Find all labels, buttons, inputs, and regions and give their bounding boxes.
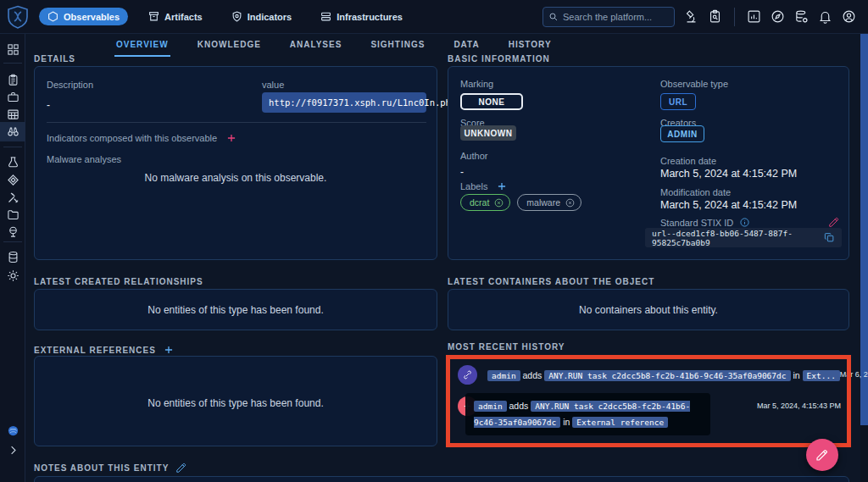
modification-date-value: March 5, 2024 at 4:15:42 PM — [660, 199, 797, 211]
label-chip-dcrat[interactable]: dcrat — [460, 194, 510, 211]
sidebar-item-analyses[interactable] — [0, 71, 25, 89]
clipboard-icon — [7, 74, 19, 86]
nav-artifacts-label: Artifacts — [164, 12, 203, 22]
label-malware-text: malware — [526, 197, 560, 208]
sidebar-item-threats[interactable] — [0, 153, 25, 171]
description-value: - — [47, 99, 50, 111]
malware-analyses-empty: No malware analysis on this observable. — [35, 172, 437, 184]
sidebar-divider — [3, 63, 22, 64]
observable-value-text: http://f0917371.xsph.ru/L1nc0In.php — [269, 97, 456, 108]
tab-data[interactable]: DATA — [452, 35, 481, 57]
nav-infrastructures[interactable]: Infrastructures — [312, 8, 411, 25]
sidebar-item-settings[interactable] — [0, 267, 25, 285]
edit-fab-button[interactable] — [806, 439, 838, 471]
sidebar-item-observations[interactable] — [0, 122, 25, 141]
observable-value-chip[interactable]: http://f0917371.xsph.ru/L1nc0In.php — [262, 92, 426, 113]
chevron-right-icon — [7, 444, 19, 457]
opencti-logo-icon[interactable] — [7, 5, 29, 29]
entity-tabs: OVERVIEW KNOWLEDGE ANALYSES SIGHTINGS DA… — [114, 35, 554, 57]
sidebar-item-techniques[interactable] — [0, 189, 25, 207]
add-indicator-plus-icon[interactable] — [225, 132, 237, 144]
top-nav: Observables Artifacts Indicators Infrast… — [39, 8, 411, 25]
history-verb: adds — [509, 401, 529, 411]
sidebar-item-cases[interactable] — [0, 88, 25, 106]
globe-stand-icon — [7, 225, 19, 238]
containers-section-title: LATEST CONTAINERS ABOUT THE OBJECT — [448, 277, 654, 286]
profile-account-icon[interactable] — [842, 9, 856, 24]
history-prep: in — [793, 370, 799, 380]
basic-info-panel: Marking NONE Observable type URL Score U… — [448, 66, 849, 260]
data-sharing-database-icon[interactable] — [794, 9, 809, 24]
filigran-globe-icon — [7, 424, 19, 437]
relationships-panel: No entities of this type has been found. — [34, 289, 437, 330]
observable-type-chip[interactable]: URL — [660, 93, 696, 110]
remove-label-icon[interactable] — [493, 197, 504, 208]
sidebar-item-filigran[interactable] — [0, 422, 25, 440]
info-icon[interactable] — [739, 217, 750, 228]
sidebar-item-entities[interactable] — [0, 206, 25, 224]
marking-label: Marking — [460, 79, 493, 89]
diamond-layers-icon — [7, 174, 19, 186]
tab-analyses[interactable]: ANALYSES — [288, 35, 344, 57]
nav-infrastructures-label: Infrastructures — [337, 12, 403, 22]
tab-knowledge[interactable]: KNOWLEDGE — [196, 35, 263, 57]
advanced-search-microscope-icon[interactable] — [684, 9, 698, 24]
history-target-chip: External reference — [572, 417, 668, 428]
labels-label: Labels — [460, 181, 487, 191]
copy-stix-icon[interactable] — [824, 232, 835, 243]
containers-panel: No containers about this entity. — [448, 289, 849, 330]
indicators-composed-row: Indicators composed with this observable — [47, 132, 237, 144]
labels-row: Labels — [460, 180, 508, 192]
tab-history[interactable]: HISTORY — [507, 35, 554, 57]
history-target-chip: Ext... — [803, 370, 840, 381]
flask-icon — [7, 156, 19, 169]
sidebar-item-data[interactable] — [0, 248, 25, 266]
stix-id-row: Standard STIX ID — [660, 217, 750, 228]
stix-id-value: url--dced1cf8-bb06-5487-887f-95825c7ba0b… — [652, 229, 824, 247]
notifications-bell-icon[interactable] — [818, 9, 832, 24]
author-value: - — [460, 166, 464, 178]
remove-label-icon[interactable] — [565, 197, 576, 208]
add-external-reference-plus-icon[interactable] — [163, 344, 175, 356]
edit-pencil-icon[interactable] — [828, 216, 840, 228]
author-label: Author — [460, 151, 487, 161]
value-label: value — [262, 80, 284, 90]
add-label-plus-icon[interactable] — [496, 180, 508, 192]
nav-observables-label: Observables — [64, 12, 120, 22]
sidebar-item-events[interactable] — [0, 105, 25, 123]
tab-sightings[interactable]: SIGHTINGS — [369, 35, 426, 57]
scrollbar-thumb[interactable] — [860, 34, 868, 425]
label-dcrat-text: dcrat — [470, 197, 489, 208]
marking-chip[interactable]: NONE — [460, 93, 523, 110]
history-date: Mar 6, 2024, 8:26:20 PM — [840, 370, 868, 379]
platform-search — [542, 7, 675, 27]
nav-observables[interactable]: Observables — [39, 8, 128, 25]
shield-search-icon — [231, 11, 242, 22]
sidebar-item-locations[interactable] — [0, 223, 25, 241]
external-references-empty: No entities of this type has been found. — [35, 397, 437, 409]
label-chip-malware[interactable]: malware — [517, 194, 581, 211]
relationships-title-text: LATEST CREATED RELATIONSHIPS — [34, 277, 203, 286]
relationship-avatar-icon — [458, 365, 477, 385]
containers-title-text: LATEST CONTAINERS ABOUT THE OBJECT — [448, 277, 654, 286]
tab-overview[interactable]: OVERVIEW — [114, 35, 170, 57]
creation-date-value: March 5, 2024 at 4:15:42 PM — [660, 168, 797, 180]
history-verb: adds — [523, 370, 542, 380]
nav-indicators[interactable]: Indicators — [223, 8, 301, 25]
edit-note-pencil-icon[interactable] — [175, 462, 187, 474]
history-section-title: MOST RECENT HISTORY — [448, 342, 565, 352]
sidebar-divider — [3, 147, 22, 147]
nav-artifacts[interactable]: Artifacts — [140, 8, 211, 25]
sidebar-item-dashboard[interactable] — [0, 41, 25, 58]
investigations-compass-icon[interactable] — [771, 9, 785, 24]
label-chips: dcrat malware — [460, 194, 581, 211]
sidebar-item-arsenal[interactable] — [0, 171, 25, 189]
sidebar-expand-chevron[interactable] — [0, 441, 25, 459]
history-entry-1[interactable]: admin adds ANY.RUN task c2dcc5b8-fc2b-41… — [458, 365, 841, 385]
dashboards-chart-icon[interactable] — [747, 9, 761, 24]
creator-chip[interactable]: ADMIN — [660, 125, 704, 142]
bulk-search-clipboard-icon[interactable] — [708, 9, 722, 24]
stix-id-label: Standard STIX ID — [660, 218, 733, 228]
history-title-text: MOST RECENT HISTORY — [448, 342, 565, 352]
search-input[interactable] — [563, 12, 665, 22]
